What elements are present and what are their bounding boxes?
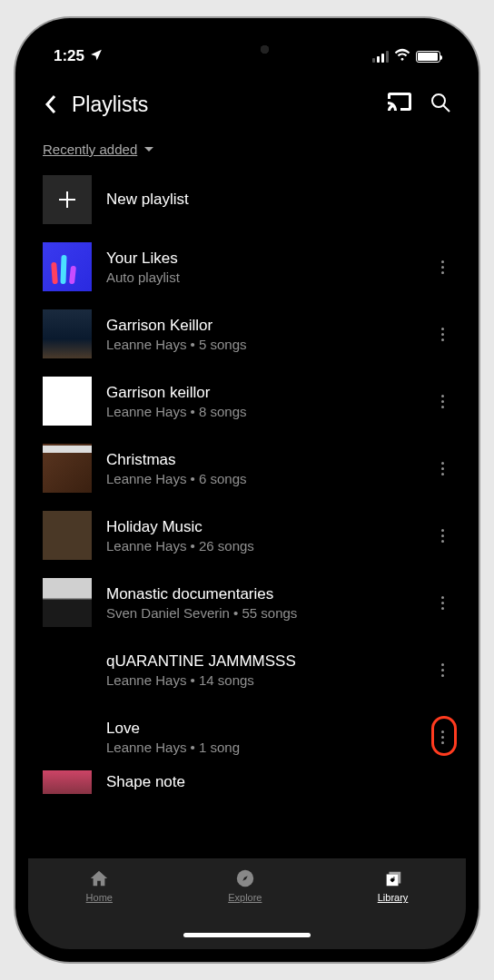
playlist-subtitle: Leanne Hays • 6 songs (106, 471, 411, 486)
plus-icon (43, 175, 92, 224)
playlist-row[interactable]: Christmas Leanne Hays • 6 songs (28, 435, 466, 502)
bottom-nav: Home Explore Library (28, 858, 466, 924)
cast-icon[interactable] (388, 93, 411, 116)
more-button[interactable] (426, 524, 459, 548)
playlist-row[interactable]: Garrison Keillor Leanne Hays • 5 songs (28, 300, 466, 368)
cellular-icon (372, 51, 389, 63)
nav-library[interactable]: Library (378, 868, 409, 903)
playlist-subtitle: Auto playlist (106, 270, 411, 285)
playlist-row[interactable]: Monastic documentaries Sven Daniel Sever… (28, 569, 466, 636)
playlist-thumbnail (43, 309, 92, 358)
playlist-thumbnail (43, 242, 92, 291)
playlist-title: Love (106, 720, 411, 738)
notch (156, 31, 338, 58)
playlist-title: Holiday Music (106, 518, 411, 536)
phone-frame: 1:25 Playlists (15, 18, 479, 962)
status-time: 1:25 (54, 47, 84, 65)
sort-dropdown[interactable]: Recently added (43, 142, 153, 157)
more-button[interactable] (426, 658, 459, 682)
playlist-row[interactable]: Holiday Music Leanne Hays • 26 songs (28, 502, 466, 569)
playlist-row[interactable]: Your Likes Auto playlist (28, 233, 466, 300)
more-button[interactable] (426, 591, 459, 615)
new-playlist-label: New playlist (106, 191, 459, 209)
playlist-subtitle: Leanne Hays • 1 song (106, 740, 411, 755)
nav-explore-label: Explore (228, 892, 262, 903)
playlist-subtitle: Leanne Hays • 5 songs (106, 337, 411, 352)
more-button[interactable] (426, 725, 459, 750)
playlist-subtitle: Sven Daniel Severin • 55 songs (106, 605, 411, 621)
playlist-thumbnail (43, 511, 92, 560)
playlist-title: Garrison Keillor (106, 317, 411, 335)
playlist-thumbnail (43, 770, 92, 794)
battery-icon (416, 51, 440, 63)
playlist-title: Monastic documentaries (106, 585, 411, 603)
playlist-row[interactable]: qUARANTINE JAMMMSSS Leanne Hays • 14 son… (28, 636, 466, 703)
more-button[interactable] (426, 322, 459, 347)
nav-home-label: Home (86, 892, 113, 903)
playlist-subtitle: Leanne Hays • 8 songs (106, 404, 411, 419)
sort-row: Recently added (28, 129, 466, 166)
playlist-title: Garrison keillor (106, 384, 411, 402)
more-button[interactable] (426, 389, 459, 414)
playlist-title: Christmas (106, 451, 411, 469)
svg-line-1 (443, 105, 450, 112)
playlist-list[interactable]: New playlist Your Likes Auto playlist Ga… (28, 166, 466, 858)
location-icon (90, 47, 103, 65)
home-indicator[interactable] (28, 924, 466, 949)
page-title: Playlists (72, 93, 388, 117)
playlist-row[interactable]: Love Leanne Hays • 1 song (28, 703, 466, 770)
nav-home[interactable]: Home (86, 868, 113, 903)
playlist-row[interactable]: Garrison keillor Leanne Hays • 8 songs (28, 368, 466, 435)
playlist-subtitle: Leanne Hays • 26 songs (106, 538, 411, 554)
playlist-title: Shape note (106, 773, 459, 791)
more-button[interactable] (426, 456, 459, 481)
playlist-thumbnail (43, 645, 92, 694)
phone-screen: 1:25 Playlists (28, 31, 466, 949)
playlist-title: qUARANTINE JAMMMSSS (106, 652, 411, 671)
playlist-title: Your Likes (106, 250, 411, 268)
playlist-thumbnail (43, 712, 92, 761)
front-camera (261, 45, 269, 54)
playlist-row[interactable]: Shape note (28, 770, 466, 794)
playlist-thumbnail (43, 377, 92, 426)
nav-library-label: Library (378, 892, 409, 903)
svg-point-0 (432, 94, 445, 107)
app-header: Playlists (28, 71, 466, 129)
playlist-thumbnail (43, 444, 92, 493)
back-button[interactable] (35, 87, 66, 122)
nav-explore[interactable]: Explore (228, 868, 262, 903)
playlist-thumbnail (43, 578, 92, 627)
sort-label: Recently added (43, 142, 137, 157)
search-icon[interactable] (430, 92, 451, 117)
new-playlist-button[interactable]: New playlist (28, 166, 466, 233)
wifi-icon (394, 47, 410, 65)
playlist-subtitle: Leanne Hays • 14 songs (106, 672, 411, 688)
more-button[interactable] (426, 255, 459, 279)
